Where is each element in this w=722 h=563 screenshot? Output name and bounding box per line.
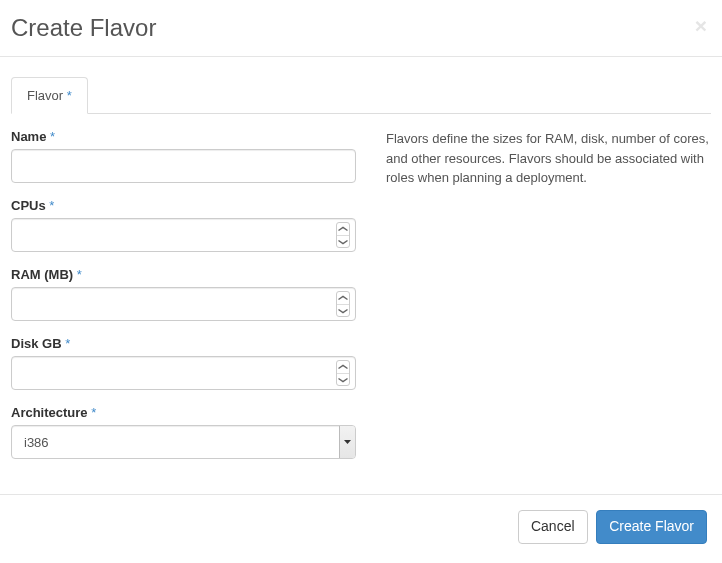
spinner-down-icon[interactable]: [337, 374, 349, 386]
required-marker: *: [67, 88, 72, 103]
cancel-button[interactable]: Cancel: [518, 510, 588, 544]
tab-flavor-label: Flavor: [27, 88, 63, 103]
architecture-select-wrapper: i386: [11, 425, 356, 459]
architecture-selected-value: i386: [24, 435, 49, 450]
cpus-input[interactable]: [11, 218, 356, 252]
modal-body: Flavor * Name * CPUs *: [0, 57, 722, 494]
modal-title: Create Flavor: [11, 15, 707, 41]
form-group-name: Name *: [11, 129, 356, 183]
architecture-label: Architecture *: [11, 405, 356, 420]
ram-label: RAM (MB) *: [11, 267, 356, 282]
cpus-input-wrapper: [11, 218, 356, 252]
name-input[interactable]: [11, 149, 356, 183]
required-marker: *: [65, 336, 70, 351]
disk-label: Disk GB *: [11, 336, 356, 351]
spinner-down-icon[interactable]: [337, 236, 349, 248]
ram-spinner: [336, 291, 350, 317]
form-group-ram: RAM (MB) *: [11, 267, 356, 321]
cpus-spinner: [336, 222, 350, 248]
form-column: Name * CPUs *: [11, 129, 356, 474]
disk-input-wrapper: [11, 356, 356, 390]
description-text: Flavors define the sizes for RAM, disk, …: [386, 129, 711, 474]
form-group-architecture: Architecture * i386: [11, 405, 356, 459]
required-marker: *: [49, 198, 54, 213]
cpus-label: CPUs *: [11, 198, 356, 213]
ram-input[interactable]: [11, 287, 356, 321]
spinner-up-icon[interactable]: [337, 223, 349, 236]
create-flavor-button[interactable]: Create Flavor: [596, 510, 707, 544]
name-label: Name *: [11, 129, 356, 144]
required-marker: *: [91, 405, 96, 420]
content-row: Name * CPUs *: [11, 129, 711, 474]
svg-marker-0: [344, 440, 351, 444]
disk-spinner: [336, 360, 350, 386]
chevron-down-icon[interactable]: [339, 426, 355, 458]
form-group-cpus: CPUs *: [11, 198, 356, 252]
disk-input[interactable]: [11, 356, 356, 390]
form-group-disk: Disk GB *: [11, 336, 356, 390]
modal-header: Create Flavor ×: [0, 0, 722, 57]
close-icon[interactable]: ×: [695, 15, 707, 36]
architecture-select[interactable]: i386: [11, 425, 356, 459]
required-marker: *: [77, 267, 82, 282]
spinner-down-icon[interactable]: [337, 305, 349, 317]
tab-bar: Flavor *: [11, 77, 711, 114]
modal-footer: Cancel Create Flavor: [0, 494, 722, 559]
spinner-up-icon[interactable]: [337, 292, 349, 305]
ram-input-wrapper: [11, 287, 356, 321]
required-marker: *: [50, 129, 55, 144]
tab-flavor[interactable]: Flavor *: [11, 77, 88, 114]
spinner-up-icon[interactable]: [337, 361, 349, 374]
